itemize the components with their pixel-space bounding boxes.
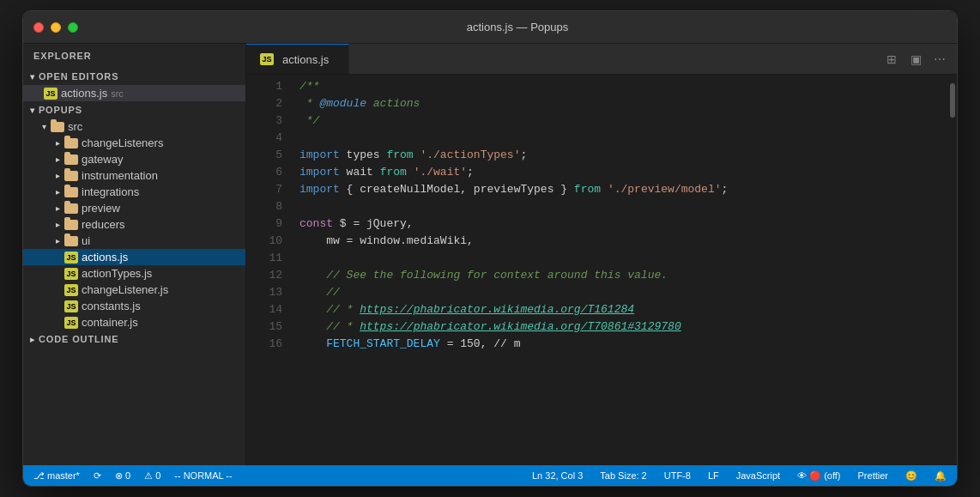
encoding-item[interactable]: UTF-8 <box>661 470 694 481</box>
popups-header[interactable]: ▾ POPUPS <box>23 101 245 118</box>
code-line-3: */ <box>299 112 948 130</box>
open-editor-actions-js[interactable]: JS actions.js src <box>23 85 245 101</box>
editor-area: JS actions.js ⊞ ▣ ⋯ <box>246 44 957 465</box>
line-ending-item[interactable]: LF <box>705 470 723 481</box>
code-outline-label: CODE OUTLINE <box>39 334 119 344</box>
integrations-chevron: ▸ <box>51 187 64 197</box>
file-changeListener-js-label: changeListener.js <box>82 283 168 296</box>
code-line-1: /** <box>299 78 948 95</box>
minimize-button[interactable] <box>51 22 61 33</box>
gateway-folder-icon <box>64 155 78 165</box>
code-line-14: // * https://phabricator.wikimedia.org/T… <box>299 301 948 318</box>
more-icon: ⋯ <box>934 52 946 66</box>
tab-size-label: Tab Size: 2 <box>600 470 646 481</box>
file-constants-js[interactable]: JS constants.js <box>23 298 245 314</box>
code-line-7: import { createNullModel, previewTypes }… <box>299 181 948 198</box>
layout-icon: ▣ <box>910 52 922 66</box>
errors-item[interactable]: ⊗ 0 <box>112 470 134 482</box>
folder-src[interactable]: ▾ src <box>23 118 245 135</box>
src-chevron-icon: ▾ <box>37 122 51 131</box>
folder-reducers[interactable]: ▸ reducers <box>23 216 245 233</box>
sync-item[interactable]: ⟳ <box>90 470 105 482</box>
app-window: actions.js — Popups EXPLORER ▾ OPEN EDIT… <box>22 10 958 487</box>
layout-button[interactable]: ▣ <box>905 49 926 70</box>
tab-js-icon: JS <box>260 53 274 65</box>
position-label: Ln 32, Col 3 <box>532 470 583 481</box>
close-button[interactable] <box>33 22 44 33</box>
folder-integrations[interactable]: ▸ integrations <box>23 184 245 200</box>
folder-gateway-label: gateway <box>82 153 123 166</box>
mode-item: -- NORMAL -- <box>171 470 235 481</box>
eye-label: 🔴 (off) <box>809 470 840 482</box>
file-container-js-label: container.js <box>82 316 138 329</box>
folder-changeListeners[interactable]: ▸ changeListeners <box>23 135 245 151</box>
code-outline-header[interactable]: ▸ CODE OUTLINE <box>23 330 245 348</box>
folder-gateway[interactable]: ▸ gateway <box>23 151 245 167</box>
scrollbar[interactable] <box>948 75 957 465</box>
code-editor[interactable]: 1 2 3 4 5 6 7 8 9 10 11 12 13 14 15 16 <box>246 75 957 465</box>
bell-item[interactable]: 🔔 <box>931 470 950 482</box>
tab-size-item[interactable]: Tab Size: 2 <box>596 470 650 481</box>
ui-chevron: ▸ <box>51 236 64 245</box>
code-outline-chevron: ▸ <box>30 335 35 344</box>
bell-icon: 🔔 <box>935 470 947 482</box>
integrations-folder-icon <box>64 187 78 197</box>
constants-js-icon: JS <box>64 300 78 312</box>
folder-src-label: src <box>68 120 82 133</box>
window-title: actions.js — Popups <box>88 21 947 33</box>
open-editors-header[interactable]: ▾ OPEN EDITORS <box>23 68 245 85</box>
folder-ui-label: ui <box>82 234 90 247</box>
code-line-9: const $ = jQuery, <box>299 215 948 233</box>
line-ending-label: LF <box>708 470 719 481</box>
status-left: ⎇ master* ⟳ ⊗ 0 ⚠ 0 -- NORMAL -- <box>30 470 236 482</box>
folder-instrumentation-label: instrumentation <box>82 169 158 182</box>
file-changeListener-js[interactable]: JS changeListener.js <box>23 282 245 298</box>
file-actions-js[interactable]: JS actions.js <box>23 249 245 265</box>
preview-chevron: ▸ <box>51 203 64 213</box>
line-numbers: 1 2 3 4 5 6 7 8 9 10 11 12 13 14 15 16 <box>246 75 289 465</box>
tab-actions: ⊞ ▣ ⋯ <box>881 44 957 74</box>
language-label: JavaScript <box>736 470 780 481</box>
code-line-11 <box>299 250 948 267</box>
mode-label: -- NORMAL -- <box>174 470 232 481</box>
warnings-item[interactable]: ⚠ 0 <box>141 470 164 482</box>
code-line-16: FETCH_START_DELAY = 150, // m <box>299 336 948 353</box>
language-item[interactable]: JavaScript <box>733 470 783 481</box>
folder-instrumentation[interactable]: ▸ instrumentation <box>23 167 245 184</box>
tab-bar: JS actions.js ⊞ ▣ ⋯ <box>246 44 957 75</box>
prettier-item[interactable]: Prettier <box>855 470 892 481</box>
status-right: Ln 32, Col 3 Tab Size: 2 UTF-8 LF JavaSc… <box>529 470 950 482</box>
popups-label: POPUPS <box>39 105 82 115</box>
reducers-folder-icon <box>64 220 78 230</box>
branch-item[interactable]: ⎇ master* <box>30 470 83 482</box>
folder-preview[interactable]: ▸ preview <box>23 200 245 216</box>
instrumentation-chevron: ▸ <box>51 171 64 180</box>
eye-icon: 👁 <box>797 470 807 481</box>
folder-integrations-label: integrations <box>82 185 139 198</box>
more-button[interactable]: ⋯ <box>929 49 950 70</box>
changeListeners-folder-icon <box>64 138 78 148</box>
popups-chevron: ▾ <box>30 106 35 115</box>
instrumentation-folder-icon <box>64 171 78 181</box>
encoding-label: UTF-8 <box>664 470 691 481</box>
file-actions-js-label: actions.js <box>82 251 128 264</box>
emoji-item[interactable]: 😊 <box>902 470 921 482</box>
split-editor-button[interactable]: ⊞ <box>881 49 902 70</box>
code-line-10: mw = window.mediaWiki, <box>299 233 948 250</box>
reducers-chevron: ▸ <box>51 220 64 229</box>
tab-actions-js[interactable]: JS actions.js <box>246 44 349 74</box>
position-item[interactable]: Ln 32, Col 3 <box>529 470 586 481</box>
tab-label: actions.js <box>282 53 329 66</box>
file-container-js[interactable]: JS container.js <box>23 314 245 330</box>
sidebar: EXPLORER ▾ OPEN EDITORS JS actions.js sr… <box>23 44 246 465</box>
file-actionTypes-js[interactable]: JS actionTypes.js <box>23 265 245 282</box>
gateway-chevron: ▸ <box>51 155 64 164</box>
prettier-label: Prettier <box>858 470 888 481</box>
folder-ui[interactable]: ▸ ui <box>23 233 245 249</box>
code-content[interactable]: /** * @module actions */ import types fr… <box>289 75 948 465</box>
open-editors-chevron: ▾ <box>30 72 35 82</box>
maximize-button[interactable] <box>68 22 78 33</box>
eye-item[interactable]: 👁 🔴 (off) <box>794 470 844 482</box>
scrollbar-thumb <box>950 83 955 118</box>
open-editor-filename: actions.js <box>61 87 107 100</box>
